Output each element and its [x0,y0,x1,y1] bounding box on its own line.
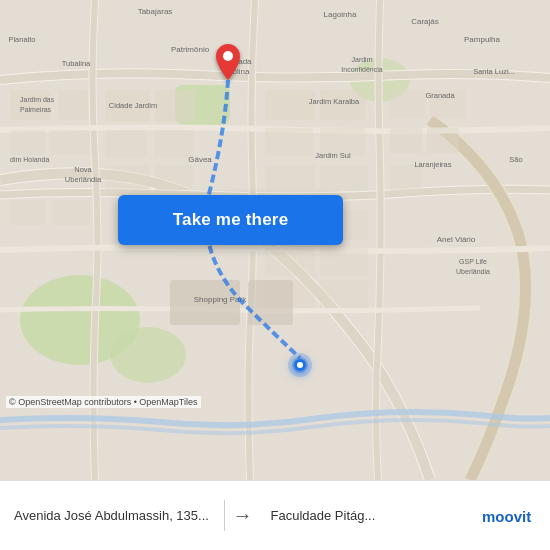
svg-rect-19 [265,128,313,156]
svg-rect-25 [390,128,422,153]
svg-rect-5 [10,90,50,120]
destination-section: Faculdade Pitág... [261,500,481,531]
svg-text:moovit: moovit [482,508,531,525]
svg-text:Pampulha: Pampulha [464,35,501,44]
svg-text:Lagoinha: Lagoinha [324,10,357,19]
svg-rect-6 [58,90,88,120]
svg-rect-15 [105,165,150,190]
svg-text:Jardim Sul: Jardim Sul [315,151,351,160]
svg-point-68 [297,362,303,368]
svg-rect-24 [320,165,368,190]
svg-rect-7 [10,130,45,155]
svg-rect-33 [320,280,368,308]
svg-rect-35 [248,280,293,325]
svg-text:Planalto: Planalto [8,35,35,44]
moovit-logo: moovit [480,505,550,527]
svg-text:Nova: Nova [74,165,92,174]
svg-text:dim Holanda: dim Holanda [10,156,49,163]
svg-text:Uberlândia: Uberlândia [456,268,490,275]
map-container: Tabajaras Planalto Tubalina Patrimônio L… [0,0,550,480]
svg-point-2 [110,327,186,383]
svg-text:Santa Luzi...: Santa Luzi... [473,67,515,76]
svg-text:Tubalina: Tubalina [62,59,91,68]
svg-text:Inconfidência: Inconfidência [341,66,382,73]
take-me-there-button[interactable]: Take me there [118,195,343,245]
origin-section: Avenida José Abdulmassih, 135... [0,500,225,531]
svg-text:Jardim das: Jardim das [20,96,55,103]
svg-rect-10 [52,200,90,225]
svg-text:Palmeiras: Palmeiras [20,106,52,113]
svg-text:GSP Life: GSP Life [459,258,487,265]
svg-text:Anel Viário: Anel Viário [437,235,476,244]
origin-label: Avenida José Abdulmassih, 135... [14,508,214,523]
svg-text:Jardim: Jardim [351,56,372,63]
svg-rect-23 [265,165,315,190]
svg-rect-26 [427,128,459,153]
svg-text:Uberlândia: Uberlândia [65,175,102,184]
svg-rect-17 [265,90,315,120]
svg-text:Patrimônio: Patrimônio [171,45,210,54]
svg-rect-16 [155,165,193,190]
svg-rect-14 [155,130,193,158]
svg-rect-13 [105,130,147,158]
svg-rect-21 [390,90,425,118]
svg-text:Granada: Granada [425,91,455,100]
svg-text:Jardim Karalba: Jardim Karalba [309,97,360,106]
svg-text:Cidade Jardim: Cidade Jardim [109,101,157,110]
map-attribution: © OpenStreetMap contributors • OpenMapTi… [6,396,201,408]
svg-text:São: São [509,155,522,164]
svg-text:Tabajaras: Tabajaras [138,7,173,16]
bottom-bar: Avenida José Abdulmassih, 135... → Facul… [0,480,550,550]
svg-rect-12 [155,90,195,122]
svg-rect-30 [265,248,315,276]
svg-point-64 [223,51,233,61]
svg-text:Gávea: Gávea [188,155,212,164]
svg-text:Carajás: Carajás [411,17,439,26]
svg-rect-9 [10,200,45,225]
svg-rect-8 [50,130,90,155]
arrow-icon: → [225,504,261,527]
destination-label: Faculdade Pitág... [271,508,471,523]
svg-text:Laranjeiras: Laranjeiras [414,160,451,169]
svg-rect-31 [320,248,368,276]
